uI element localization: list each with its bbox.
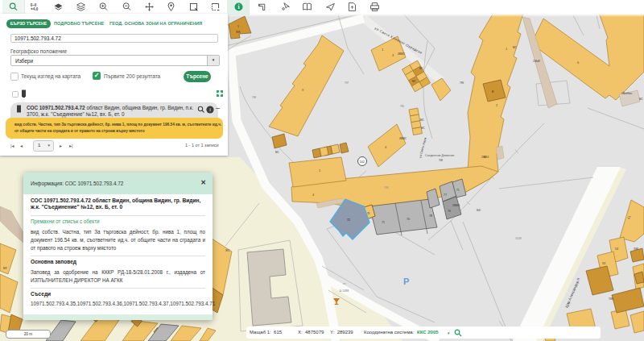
svg-text:Ⓓ 2498: Ⓓ 2498 [339, 289, 349, 293]
svg-text:ЛФК: ЛФК [634, 247, 638, 251]
svg-text:802: 802 [477, 209, 481, 212]
svg-text:1МебКюч: 1МебКюч [621, 92, 632, 95]
svg-text:53: 53 [615, 247, 618, 251]
svg-text:ЖЖ: ЖЖ [236, 31, 241, 34]
svg-text:798: 798 [252, 96, 256, 99]
svg-text:76: 76 [448, 210, 451, 213]
svg-text:795: 795 [400, 105, 404, 108]
svg-text:ЖС: ЖС [225, 249, 230, 252]
svg-text:53: 53 [602, 262, 605, 265]
svg-text:72: 72 [347, 218, 350, 222]
svg-text:799: 799 [460, 81, 464, 85]
svg-text:СМкЖ: СМкЖ [533, 60, 540, 63]
svg-text:2ММ.К: 2ММ.К [452, 204, 460, 207]
svg-text:708: 708 [384, 186, 389, 189]
svg-text:78: 78 [429, 214, 432, 218]
svg-text:797: 797 [345, 81, 349, 85]
svg-text:ТФК: ТФК [609, 297, 613, 301]
svg-text:78: 78 [367, 212, 370, 215]
svg-text:75: 75 [456, 189, 460, 192]
svg-text:МЛ: МЛ [3, 267, 6, 270]
svg-text:502: 502 [360, 160, 365, 164]
svg-text:1: 1 [237, 25, 239, 28]
svg-text:лн: лн [343, 282, 346, 285]
svg-text:Съединение Движение: Съединение Движение [425, 154, 455, 157]
svg-text:4.0: 4.0 [33, 7, 39, 11]
svg-text:i: i [237, 3, 239, 10]
svg-text:1638: 1638 [515, 237, 522, 240]
svg-text:71: 71 [382, 221, 385, 224]
svg-text:2ММ.К: 2ММ.К [481, 156, 489, 159]
svg-text:4ММС: 4ММС [398, 52, 406, 56]
svg-text:4ММС: 4ММС [399, 137, 407, 140]
svg-text:P: P [403, 277, 409, 286]
svg-text:70: 70 [407, 218, 410, 221]
svg-text:708: 708 [439, 159, 443, 162]
svg-text:77: 77 [444, 193, 447, 197]
